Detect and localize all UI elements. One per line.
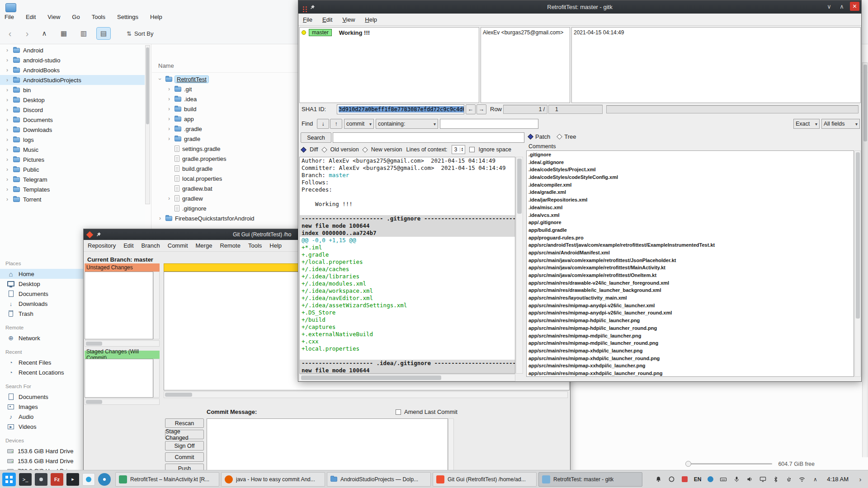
action-button[interactable]: Rescan (165, 418, 204, 428)
changed-file-row[interactable]: app/src/main/java/com/example/retrofitte… (527, 264, 854, 272)
menu-item[interactable]: File (5, 14, 14, 20)
action-button[interactable]: Stage Changed (165, 430, 204, 439)
sha1-input[interactable]: 3d910d27a0beff1f8e7783087efdd72c9c9c4d02 (337, 104, 464, 114)
stepper-arrows-icon[interactable]: ▲▼ (460, 147, 465, 152)
panel-expander-icon[interactable]: › (856, 475, 864, 483)
chevron-right-icon[interactable] (5, 117, 10, 123)
changed-file-row[interactable]: app/src/main/res/mipmap-xhdpi/ic_launche… (527, 347, 854, 355)
file-panel-scrollbar[interactable] (862, 62, 868, 486)
action-button[interactable]: Commit (165, 452, 204, 462)
changed-file-row[interactable]: app/.gitignore (527, 219, 854, 226)
changed-file-row[interactable]: app/src/main/res/mipmap-xxhdpi/ic_launch… (527, 362, 854, 370)
microphone-icon[interactable] (732, 475, 741, 483)
patch-radio[interactable] (528, 134, 533, 140)
tree-item[interactable]: AndroidBooks (0, 65, 145, 75)
pinned-app-icon-3[interactable]: ▸ (66, 473, 79, 486)
changed-file-row[interactable]: app/src/main/res/mipmap-mdpi/ic_launcher… (527, 339, 854, 347)
search-button[interactable]: Search (301, 132, 331, 143)
changed-file-row[interactable]: .idea/.gitignore (527, 159, 854, 166)
changed-file-row[interactable]: .idea/vcs.xml (527, 211, 854, 219)
pinned-browser-icon[interactable] (98, 473, 111, 486)
app-launcher-icon[interactable] (2, 473, 16, 486)
up-icon[interactable]: ∧ (38, 27, 51, 40)
changed-file-row[interactable]: app/src/main/res/mipmap-xxhdpi/ic_launch… (527, 370, 854, 377)
chevron-right-icon[interactable] (5, 67, 10, 73)
expander-icon[interactable] (166, 126, 172, 132)
commit-row[interactable]: master Working !!! (300, 28, 479, 38)
all-fields-dropdown[interactable]: All fields (821, 119, 860, 129)
diff-view[interactable]: Author: AlexEv <burgas275@gmail.com> 202… (299, 157, 515, 374)
find-text-input[interactable] (440, 119, 538, 129)
diff-vscrollbar[interactable] (516, 157, 523, 374)
changed-file-row[interactable]: app/src/main/AndroidManifest.xml (527, 249, 854, 257)
task-button[interactable]: RetrofitTest – MainActivity.kt [R... (115, 472, 219, 487)
menu-item[interactable]: Repository (88, 242, 116, 249)
usb-icon[interactable] (785, 475, 793, 483)
tray-app-icon[interactable] (668, 475, 676, 483)
staged-hscrollbar[interactable] (85, 399, 160, 405)
changed-file-row[interactable]: .idea/codeStyles/Project.xml (527, 166, 854, 174)
find-type-dropdown[interactable]: commit (344, 119, 374, 129)
changed-file-row[interactable]: app/src/main/res/layout/activity_main.xm… (527, 294, 854, 302)
changed-file-row[interactable]: app/src/main/res/mipmap-xhdpi/ic_launche… (527, 355, 854, 362)
tree-item[interactable]: Downloads (0, 125, 145, 135)
chevron-right-icon[interactable] (5, 166, 10, 173)
menu-item[interactable]: Tools (248, 242, 262, 249)
branch-ref-label[interactable]: master (309, 29, 332, 36)
expander-icon[interactable] (166, 86, 172, 92)
menu-item[interactable]: Help (150, 14, 162, 20)
commit-graph-pane[interactable]: master Working !!! (299, 27, 479, 103)
expander-icon[interactable] (166, 195, 172, 202)
expand-tray-icon[interactable]: ∧ (811, 475, 819, 483)
changed-file-row[interactable]: app/src/main/res/mipmap-anydpi-v26/ic_la… (527, 302, 854, 310)
find-mode-dropdown[interactable]: containing: (376, 119, 438, 129)
tree-item[interactable]: AndroidStudioProjects (0, 75, 145, 85)
ignore-space-checkbox[interactable] (469, 147, 475, 152)
minimize-icon[interactable]: ∨ (825, 3, 834, 10)
changed-file-row[interactable]: app/proguard-rules.pro (527, 234, 854, 242)
forward-icon[interactable]: › (21, 27, 33, 40)
expander-icon[interactable] (157, 76, 163, 82)
gitk-titlebar[interactable]: RetrofitTest: master - gitk ∨ ∧ ✕ (298, 0, 861, 14)
clock[interactable]: 4:18 AM (827, 476, 849, 483)
match-exact-dropdown[interactable]: Exact (793, 119, 820, 129)
tree-item[interactable]: Torrent (0, 194, 145, 204)
zoom-slider-knob[interactable] (685, 461, 691, 467)
commit-author-pane[interactable]: AlexEv <burgas275@gmail.com> (481, 27, 570, 103)
tree-item[interactable]: android-studio (0, 55, 145, 65)
display-icon[interactable] (759, 475, 767, 483)
lines-of-context-stepper[interactable]: 3 ▲▼ (452, 145, 465, 154)
tree-item[interactable]: bin (0, 85, 145, 95)
tree-item[interactable]: logs (0, 135, 145, 145)
menu-item[interactable]: Help (269, 242, 282, 249)
pinned-app-icon-1[interactable] (35, 473, 47, 486)
action-button[interactable]: Sign Off (165, 441, 204, 450)
bluetooth-icon[interactable] (772, 475, 780, 483)
column-header-name[interactable]: Name (158, 62, 174, 69)
chevron-right-icon[interactable] (5, 87, 10, 93)
changed-file-row[interactable]: .idea/gradle.xml (527, 188, 854, 196)
tree-item[interactable]: Documents (0, 115, 145, 125)
wifi-icon[interactable] (798, 475, 806, 483)
staged-file-list[interactable] (85, 359, 153, 398)
chevron-right-icon[interactable] (5, 156, 10, 163)
changed-file-row[interactable]: app/src/main/java/com/example/retrofitte… (527, 272, 854, 279)
find-prev-icon[interactable]: ↑ (330, 119, 342, 129)
changed-file-row[interactable]: .idea/codeStyles/codeStyleConfig.xml (527, 174, 854, 181)
menu-item[interactable]: Merge (196, 242, 212, 249)
expander-icon[interactable] (157, 215, 163, 221)
changed-file-row[interactable]: app/src/main/res/drawable-v24/ic_launche… (527, 279, 854, 287)
tray-red-indicator-icon[interactable] (681, 475, 689, 483)
nav-back-button[interactable]: ← (466, 104, 476, 114)
chevron-right-icon[interactable] (5, 146, 10, 153)
pinned-telegram-icon[interactable] (82, 473, 95, 486)
changed-file-row[interactable]: .gitignore (527, 151, 854, 159)
menu-item[interactable]: Settings (117, 14, 138, 20)
chevron-right-icon[interactable] (5, 97, 10, 103)
changed-file-row[interactable]: .idea/misc.xml (527, 204, 854, 211)
nav-forward-button[interactable]: → (476, 104, 486, 114)
zoom-slider[interactable] (686, 463, 772, 465)
tree-item[interactable]: Discord (0, 105, 145, 115)
task-button[interactable]: java - How to easy commit And... (221, 472, 325, 487)
unstaged-file-list[interactable] (85, 272, 153, 339)
